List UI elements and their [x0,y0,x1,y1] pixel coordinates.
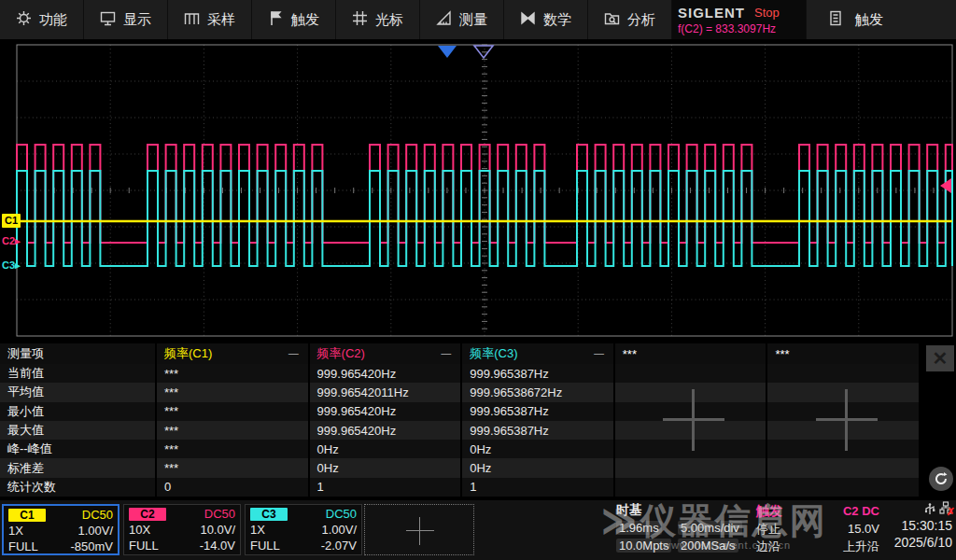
measure-value: *** [157,364,310,383]
measure-value [615,364,768,383]
trigger-panel[interactable]: 触发 停止 边沿 C2 DC 15.0V 上升沿 [756,502,956,558]
channel-id-chip: C3 [250,508,288,521]
vertical-scale: 10.0V/ [200,523,235,537]
measure-row-label: 峰--峰值 [0,440,157,458]
acquisition-status: Stop [754,6,780,20]
measure-value [767,458,921,477]
channel-box-c2[interactable]: C2DC5010X10.0V/FULL-14.0V [123,504,241,555]
measure-table-row: 当前值***999.965420Hz999.965387Hz [0,364,921,383]
measure-value: 0 [157,478,310,497]
cursor-icon [352,10,368,29]
measure-value: 999.965387Hz [462,421,615,440]
channel-coupling: DC50 [204,507,235,521]
measure-column-header: 频率(C1)─ [157,343,310,364]
measure-items-header: 测量项 [0,343,157,364]
measure-value: *** [157,383,310,401]
close-measure-table-button[interactable]: ✕ [926,345,954,371]
menu-item-label: 显示 [123,11,151,29]
bandwidth-limit: FULL [8,539,38,553]
graticule-border [17,45,952,336]
sample-rate: 200MSa/s [678,539,738,553]
add-measurement-button[interactable] [816,389,878,451]
memory-depth: 10.0Mpts [616,539,671,553]
measure-table-row: 最大值***999.965420Hz999.965387Hz [0,421,921,440]
math-icon [520,10,536,29]
measure-value: 999.965387Hz [462,402,615,421]
measure-column-header: 频率(C2)─ [310,343,463,364]
measure-row-label: 最小值 [0,402,157,421]
measure-value: 1 [462,478,615,497]
channel-box-c3[interactable]: C3DC501X1.00V/FULL-2.07V [245,504,362,555]
trigger-menu-label: 触发 [855,11,883,29]
menu-item-trigger[interactable]: 触发 [252,0,336,39]
menu-item-label: 采样 [207,11,235,29]
add-channel-box[interactable] [364,504,474,555]
measure-value: 999.965420Hz [310,421,463,440]
remove-measurement-button[interactable]: ─ [440,349,454,358]
measurement-table: 测量项频率(C1)─频率(C2)─频率(C3)─******当前值***999.… [0,343,921,497]
oscilloscope-screen: 功能显示采样触发光标测量数学分析 SIGLENT Stop f(C2) = 83… [0,0,956,560]
measure-value: 999.96542011Hz [310,383,463,401]
vertical-offset: -850mV [70,539,113,553]
trigger-source: C2 DC [843,502,879,520]
trigger-menu-icon [829,10,842,29]
menu-item-label: 光标 [375,11,403,29]
brand-panel: SIGLENT Stop f(C2) = 833.3097Hz [672,0,807,39]
bandwidth-limit: FULL [129,539,159,553]
measure-icon [436,10,452,29]
measure-value [767,478,921,497]
channel-position-label-c1[interactable]: C1 [2,214,21,228]
usb-icon [924,503,935,516]
menu-item-function[interactable]: 功能 [0,0,84,39]
menu-item-measure[interactable]: 测量 [420,0,504,39]
trigger-level-marker[interactable] [940,178,951,193]
channel-position-label-c2[interactable]: C2▸ [2,234,21,248]
measure-value: 999.965420Hz [310,364,463,383]
lan-disconnected-badge: ✗ [947,503,955,520]
menu-item-label: 数学 [543,11,571,29]
channel-id-chip: C2 [129,508,166,521]
measure-value: 1 [310,478,463,497]
remove-measurement-button[interactable]: ─ [287,349,301,358]
menu-item-acquire[interactable]: 采样 [168,0,252,39]
remove-measurement-button[interactable]: ─ [592,349,606,358]
measure-table-row: 峰--峰值***0Hz0Hz [0,440,921,458]
gear-icon [16,10,32,29]
menu-items: 功能显示采样触发光标测量数学分析 [0,0,672,39]
probe-attenuation: 1X [8,524,23,538]
add-measurement-button[interactable] [663,389,724,451]
menu-item-analysis[interactable]: 分析 [588,0,672,39]
horizontal-center-marker [474,46,493,58]
probe-attenuation: 10X [129,523,150,537]
trigger-menu-button[interactable]: 触发 [807,0,956,39]
measure-value: *** [157,440,310,458]
trace-c3 [17,171,952,266]
measure-table-header-row: 测量项频率(C1)─频率(C2)─频率(C3)─****** [0,343,921,364]
vertical-scale: 1.00V/ [77,524,113,538]
measure-value: 0Hz [310,458,463,477]
trigger-title: 触发 [756,502,820,520]
menu-item-math[interactable]: 数学 [504,0,588,39]
vertical-offset: -2.07V [321,539,357,553]
trigger-level: 15.0V [848,520,879,538]
bandwidth-limit: FULL [250,539,280,553]
lan-icon: ✗ [939,501,952,518]
measure-value [615,478,768,497]
timebase-scale: 5.00ms/div [678,521,742,535]
measure-value [767,364,921,383]
menu-item-display[interactable]: 显示 [84,0,168,39]
timebase-delay: 1.96ms [616,521,662,535]
timebase-panel[interactable]: 时基 1.96ms 5.00ms/div 10.0Mpts 200MSa/s [616,502,752,558]
menu-item-label: 触发 [291,11,319,29]
menu-bar: 功能显示采样触发光标测量数学分析 SIGLENT Stop f(C2) = 83… [0,0,956,39]
trigger-mode: 停止 [756,520,820,538]
channel-box-c1[interactable]: C1DC501X1.00V/FULL-850mV [2,504,120,555]
channel-position-label-c3[interactable]: C3▸ [2,259,21,273]
trigger-slope: 上升沿 [843,538,879,555]
measure-row-label: 最大值 [0,421,157,440]
trigger-position-marker[interactable] [438,46,457,58]
menu-item-cursor[interactable]: 光标 [336,0,420,39]
measure-column-header: *** [615,343,768,364]
flag-icon [268,10,284,29]
reset-statistics-button[interactable] [929,467,953,491]
